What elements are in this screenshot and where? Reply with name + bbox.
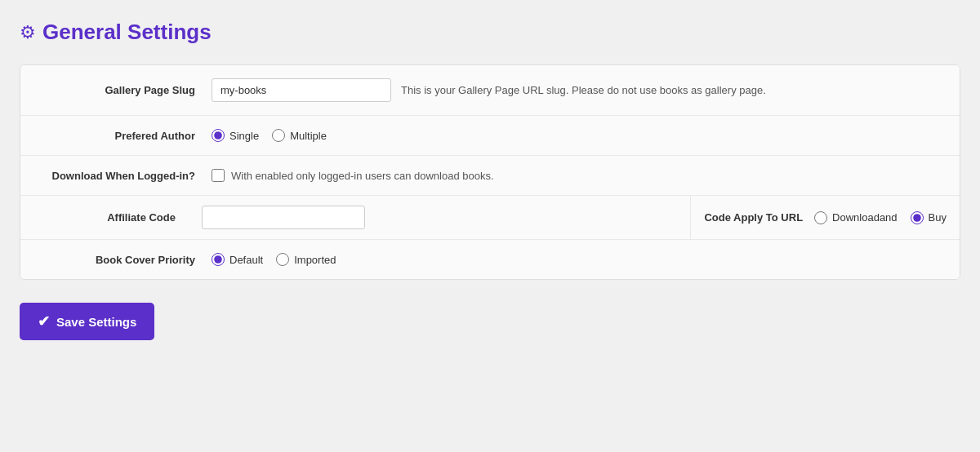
preferred-author-single-option[interactable]: Single [212, 129, 259, 142]
download-logged-in-checkbox-text: With enabled only logged-in users can do… [231, 170, 494, 182]
affiliate-code-row: Affiliate Code Code Apply To URL Downloa… [20, 196, 960, 240]
download-logged-in-row: Download When Logged-in? With enabled on… [20, 156, 960, 196]
download-logged-in-label: Download When Logged-in? [40, 170, 212, 182]
affiliate-code-apply-cell: Code Apply To URL Downloadand Buy [691, 196, 960, 239]
page-header: ⚙ General Settings [20, 20, 960, 45]
download-logged-in-control: With enabled only logged-in users can do… [212, 169, 940, 182]
preferred-author-label: Prefered Author [40, 130, 212, 142]
download-logged-in-checkbox[interactable] [212, 169, 225, 182]
book-cover-imported-label: Imported [294, 254, 336, 266]
preferred-author-multiple-radio[interactable] [272, 129, 285, 142]
gear-icon: ⚙ [20, 22, 36, 43]
affiliate-code-input-cell [192, 196, 691, 239]
affiliate-buy-label: Buy [929, 211, 947, 224]
affiliate-code-input[interactable] [202, 206, 365, 229]
preferred-author-control: Single Multiple [212, 129, 940, 142]
save-settings-label: Save Settings [56, 315, 136, 329]
preferred-author-radio-group: Single Multiple [212, 129, 327, 142]
book-cover-priority-label: Book Cover Priority [40, 254, 212, 266]
affiliate-code-label: Affiliate Code [20, 196, 192, 239]
check-circle-icon: ✔ [38, 312, 50, 330]
preferred-author-single-radio[interactable] [212, 129, 225, 142]
affiliate-code-radio-group: Downloadand Buy [814, 211, 947, 224]
book-cover-priority-radio-group: Default Imported [212, 253, 336, 266]
book-cover-priority-control: Default Imported [212, 253, 940, 266]
settings-card: Gallery Page Slug This is your Gallery P… [20, 64, 960, 280]
book-cover-default-label: Default [229, 254, 263, 266]
code-apply-to-url-label: Code Apply To URL [704, 211, 803, 224]
page-title: General Settings [42, 20, 212, 45]
preferred-author-multiple-option[interactable]: Multiple [272, 129, 327, 142]
book-cover-imported-radio[interactable] [276, 253, 289, 266]
affiliate-buy-radio[interactable] [911, 211, 924, 224]
gallery-page-slug-label: Gallery Page Slug [40, 84, 212, 96]
save-settings-button[interactable]: ✔ Save Settings [20, 303, 154, 340]
book-cover-imported-option[interactable]: Imported [276, 253, 336, 266]
download-logged-in-checkbox-label[interactable]: With enabled only logged-in users can do… [212, 169, 494, 182]
book-cover-default-option[interactable]: Default [212, 253, 263, 266]
book-cover-default-radio[interactable] [212, 253, 225, 266]
affiliate-download-option[interactable]: Downloadand [814, 211, 898, 224]
gallery-page-slug-control: This is your Gallery Page URL slug. Plea… [212, 78, 940, 102]
preferred-author-single-label: Single [229, 130, 259, 142]
preferred-author-row: Prefered Author Single Multiple [20, 116, 960, 156]
affiliate-buy-option[interactable]: Buy [911, 211, 947, 224]
book-cover-priority-row: Book Cover Priority Default Imported [20, 240, 960, 279]
gallery-page-slug-row: Gallery Page Slug This is your Gallery P… [20, 65, 960, 116]
preferred-author-multiple-label: Multiple [290, 130, 327, 142]
affiliate-download-label: Downloadand [832, 211, 898, 224]
gallery-page-slug-hint: This is your Gallery Page URL slug. Plea… [401, 84, 766, 96]
affiliate-download-radio[interactable] [814, 211, 827, 224]
gallery-page-slug-input[interactable] [212, 78, 391, 102]
